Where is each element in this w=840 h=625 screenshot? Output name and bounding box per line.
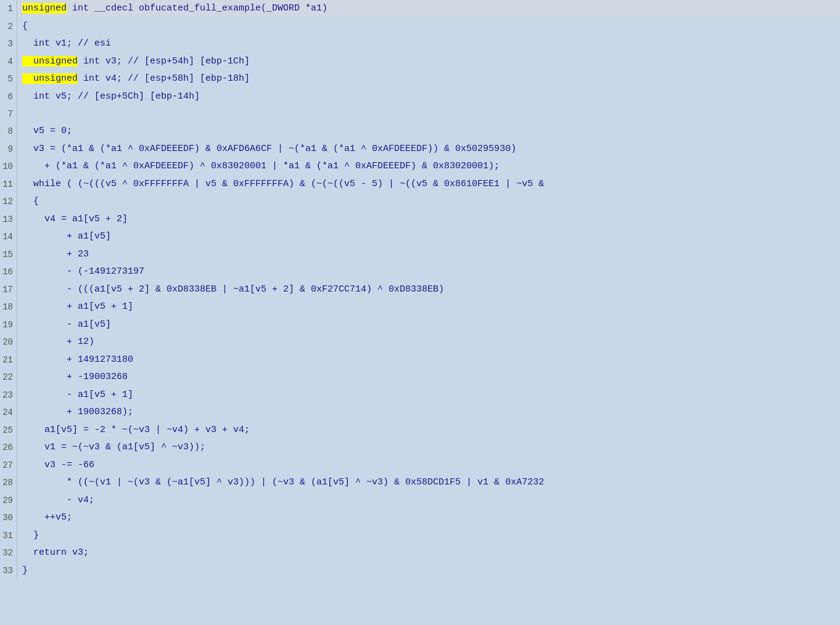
line-number-23: 23 [0,386,17,404]
code-line-12: 12 { [0,193,840,211]
line-content-27: v3 -= -66 [17,457,840,475]
code-text: while ( (~(((v5 ^ 0xFFFFFFFA | v5 & 0xFF… [22,179,544,189]
line-content-3: int v1; // esi [17,35,840,53]
line-number-22: 22 [0,369,17,386]
code-text: } [22,565,28,576]
line-content-16: - (-1491273197 [17,263,840,281]
line-number-11: 11 [0,176,17,194]
line-number-13: 13 [0,211,17,229]
line-number-6: 6 [0,88,17,106]
code-text: + 12) [22,337,94,347]
code-line-8: 8 v5 = 0; [0,123,840,141]
line-number-26: 26 [0,439,17,457]
code-text: + 23 [22,249,89,259]
keyword-highlight: unsigned [22,3,67,14]
code-line-3: 3 int v1; // esi [0,35,840,53]
code-line-11: 11 while ( (~(((v5 ^ 0xFFFFFFFA | v5 & 0… [0,176,840,194]
code-text: - (-1491273197 [22,266,144,277]
code-line-7: 7 [0,105,840,123]
line-content-8: v5 = 0; [17,123,840,141]
line-number-7: 7 [0,105,17,123]
code-text: int v1; // esi [22,38,111,49]
line-content-15: + 23 [17,246,840,264]
line-number-27: 27 [0,457,17,475]
code-text: { [22,21,28,31]
code-line-20: 20 + 12) [0,333,840,351]
line-number-14: 14 [0,228,17,246]
line-number-12: 12 [0,193,17,211]
code-line-25: 25 a1[v5] = -2 * ~(~v3 | ~v4) + v3 + v4; [0,422,840,439]
line-content-19: - a1[v5] [17,316,840,334]
line-content-2: { [17,18,840,36]
line-content-21: + 1491273180 [17,351,840,369]
code-line-6: 6 int v5; // [esp+5Ch] [ebp-14h] [0,88,840,106]
line-number-18: 18 [0,298,17,316]
line-number-30: 30 [0,509,17,527]
code-text: return v3; [22,547,89,558]
line-content-12: { [17,193,840,211]
line-number-24: 24 [0,404,17,422]
code-line-15: 15 + 23 [0,246,840,264]
line-number-15: 15 [0,246,17,264]
code-text: + 19003268); [22,407,133,417]
code-line-31: 31 } [0,527,840,545]
code-line-14: 14 + a1[v5] [0,228,840,246]
line-number-2: 2 [0,18,17,36]
code-line-10: 10 + (*a1 & (*a1 ^ 0xAFDEEEDF) ^ 0x83020… [0,158,840,176]
line-number-5: 5 [0,70,17,88]
keyword-highlight: unsigned [22,56,78,67]
code-text: + (*a1 & (*a1 ^ 0xAFDEEEDF) ^ 0x83020001… [22,161,500,171]
code-text: * ((~(v1 | ~(v3 & (~a1[v5] ^ v3))) | (~v… [22,477,544,488]
line-number-10: 10 [0,158,17,176]
code-line-2: 2{ [0,18,840,36]
code-text: v3 = (*a1 & (*a1 ^ 0xAFDEEEDF) & 0xAFD6A… [22,144,516,154]
line-content-22: + -19003268 [17,369,840,386]
line-number-33: 33 [0,562,17,580]
line-number-31: 31 [0,527,17,545]
line-content-4: unsigned int v3; // [esp+54h] [ebp-1Ch] [17,53,840,71]
line-content-30: ++v5; [17,509,840,527]
code-line-28: 28 * ((~(v1 | ~(v3 & (~a1[v5] ^ v3))) | … [0,474,840,492]
code-text: a1[v5] = -2 * ~(~v3 | ~v4) + v3 + v4; [22,425,250,435]
code-text: - a1[v5 + 1] [22,390,133,400]
line-content-29: - v4; [17,492,840,510]
code-text: { [22,196,39,206]
code-line-26: 26 v1 = ~(~v3 & (a1[v5] ^ ~v3)); [0,439,840,457]
code-text: ++v5; [22,512,72,523]
line-content-32: return v3; [17,544,840,562]
line-content-26: v1 = ~(~v3 & (a1[v5] ^ ~v3)); [17,439,840,457]
line-content-7 [17,105,840,123]
code-text: + a1[v5 + 1] [22,301,133,312]
line-content-33: } [17,562,840,580]
code-text: } [22,530,39,541]
code-text: + -19003268 [22,372,128,382]
code-line-21: 21 + 1491273180 [0,351,840,369]
code-editor: 1unsigned int __cdecl obfucated_full_exa… [0,0,840,625]
code-line-29: 29 - v4; [0,492,840,510]
line-content-23: - a1[v5 + 1] [17,386,840,404]
code-line-23: 23 - a1[v5 + 1] [0,386,840,404]
code-text: + a1[v5] [22,231,111,242]
line-number-16: 16 [0,263,17,281]
code-line-27: 27 v3 -= -66 [0,457,840,475]
code-line-4: 4 unsigned int v3; // [esp+54h] [ebp-1Ch… [0,53,840,71]
code-line-13: 13 v4 = a1[v5 + 2] [0,211,840,229]
code-line-33: 33} [0,562,840,580]
code-line-1: 1unsigned int __cdecl obfucated_full_exa… [0,0,840,18]
code-text: v4 = a1[v5 + 2] [22,214,128,224]
line-number-32: 32 [0,544,17,562]
line-content-31: } [17,527,840,545]
code-line-9: 9 v3 = (*a1 & (*a1 ^ 0xAFDEEEDF) & 0xAFD… [0,141,840,158]
line-content-18: + a1[v5 + 1] [17,298,840,316]
code-text: - v4; [22,495,94,505]
line-number-19: 19 [0,316,17,334]
code-text: v3 -= -66 [22,460,94,470]
line-content-1: unsigned int __cdecl obfucated_full_exam… [17,0,840,18]
code-line-32: 32 return v3; [0,544,840,562]
line-number-20: 20 [0,333,17,351]
code-text: int __cdecl obfucated_full_example(_DWOR… [67,3,327,14]
line-number-25: 25 [0,422,17,439]
code-line-17: 17 - (((a1[v5 + 2] & 0xD8338EB | ~a1[v5 … [0,281,840,299]
line-number-3: 3 [0,35,17,53]
code-line-5: 5 unsigned int v4; // [esp+58h] [ebp-18h… [0,70,840,88]
